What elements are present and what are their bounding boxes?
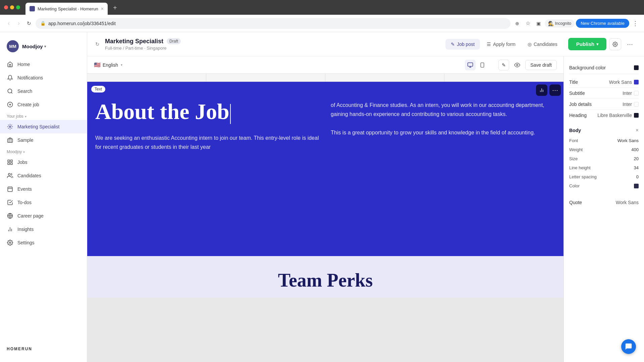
extension-icon[interactable]: ⊕ — [513, 19, 522, 28]
tab-label: Candidates — [534, 42, 557, 47]
more-options-button[interactable]: ⋯ — [624, 38, 636, 50]
people-icon — [7, 172, 13, 179]
settings-button[interactable] — [609, 38, 621, 50]
search-icon — [7, 88, 13, 95]
sidebar-item-sample[interactable]: Sample — [0, 133, 87, 147]
sidebar-item-career-page[interactable]: Career page — [0, 209, 87, 223]
font-value[interactable]: Work Sans — [618, 138, 639, 143]
tab-candidates[interactable]: ◎ Candidates — [522, 39, 563, 50]
editor-area: 🇺🇸 English ▾ ✎ — [87, 56, 644, 362]
save-draft-btn[interactable]: Save draft — [525, 60, 557, 70]
tab-apply-form[interactable]: ☰ Apply form — [481, 39, 521, 50]
app-header: ↻ Marketing Specialist Draft Full-time /… — [87, 32, 644, 56]
svg-rect-6 — [8, 139, 13, 142]
preview-btn[interactable] — [512, 60, 523, 70]
sidebar-item-create-job[interactable]: Create job — [0, 98, 87, 111]
browser-menu-btn[interactable]: ⋮ — [631, 19, 640, 28]
subtitle-color-swatch[interactable] — [634, 91, 639, 96]
language-selector[interactable]: 🇺🇸 English ▾ — [94, 62, 122, 68]
sidebar-item-label: Notifications — [17, 75, 43, 80]
title-color-swatch[interactable] — [634, 80, 639, 84]
minimize-window-btn[interactable] — [10, 5, 14, 9]
canvas-scroll[interactable]: Text ⋯ A — [87, 74, 564, 362]
subtitle-label: Subtitle — [569, 90, 585, 96]
letter-spacing-value[interactable]: 0 — [636, 174, 639, 179]
sidebar-item-jobs[interactable]: Jobs — [0, 156, 87, 169]
desktop-view-btn[interactable] — [465, 60, 476, 70]
new-tab-btn[interactable]: + — [110, 3, 120, 12]
sidebar-item-label: Jobs — [17, 160, 28, 165]
sidebar-item-home[interactable]: Home — [0, 58, 87, 71]
flag-icon: 🇺🇸 — [94, 62, 101, 68]
sidebar-item-insights[interactable]: Insights — [0, 223, 87, 236]
app-wrapper: MM Moodjoy ▾ Home Notifications — [0, 32, 644, 362]
nav-buttons: ‹ › ↻ — [4, 19, 34, 28]
plus-icon — [7, 101, 13, 108]
sidebar-item-settings[interactable]: Settings — [0, 236, 87, 249]
sidebar-item-candidates[interactable]: Candidates — [0, 169, 87, 182]
svg-point-0 — [8, 89, 12, 93]
body-right-2[interactable]: This is a great opportunity to grow your… — [331, 128, 555, 137]
globe-icon — [7, 213, 13, 219]
new-chrome-btn[interactable]: New Chrome available — [576, 19, 629, 28]
job-details-color-swatch[interactable] — [634, 102, 639, 107]
active-tab[interactable]: Marketing Specialist · Homerun × — [25, 3, 108, 15]
line-height-value[interactable]: 34 — [634, 165, 639, 170]
tab-job-post[interactable]: ✎ Job post — [445, 39, 480, 50]
heading-color-swatch[interactable] — [634, 113, 639, 118]
analytics-tool-btn[interactable] — [536, 84, 547, 96]
body-section: Body × Font Work Sans Weight 400 — [569, 127, 639, 190]
bg-color-label: Background color — [569, 65, 606, 70]
refresh-btn[interactable]: ↻ — [24, 19, 34, 28]
edit-mode-btn[interactable]: ✎ — [498, 60, 509, 70]
forward-btn[interactable]: › — [14, 19, 23, 28]
svg-point-11 — [8, 173, 10, 175]
job-subtitle: Full-time / Part-time · Singapore — [105, 46, 440, 51]
sidebar-item-search[interactable]: Search — [0, 84, 87, 98]
tab-close-btn[interactable]: × — [101, 6, 104, 11]
calendar-icon — [7, 186, 13, 192]
address-bar[interactable]: 🔒 app.homerun.co/job/336451/edit — [36, 18, 511, 29]
sidebar-item-events[interactable]: Events — [0, 182, 87, 196]
svg-point-21 — [9, 242, 11, 244]
publish-button[interactable]: Publish ▾ — [568, 38, 606, 50]
col-1 — [87, 74, 206, 81]
sidebar-item-todos[interactable]: To-dos — [0, 196, 87, 209]
job-details-value: Inter — [623, 102, 639, 107]
body-section-close-btn[interactable]: × — [636, 127, 639, 133]
size-value[interactable]: 20 — [634, 156, 639, 161]
color-label: Color — [569, 183, 580, 188]
browser-tab-bar: Marketing Specialist · Homerun × + — [0, 0, 644, 15]
weight-value[interactable]: 400 — [631, 147, 639, 152]
bookmark-icon[interactable]: ☆ — [523, 19, 533, 28]
main-blue-section: Text ⋯ A — [87, 82, 564, 256]
chat-bubble-btn[interactable] — [621, 339, 636, 354]
more-tool-btn[interactable]: ⋯ — [549, 84, 561, 96]
body-left[interactable]: We are seeking an enthusiastic Accountin… — [95, 133, 320, 152]
refresh-icon[interactable]: ↻ — [95, 41, 100, 47]
right-panel: Background color Title Work Sans Subtitl… — [564, 56, 644, 362]
job-icon — [7, 123, 13, 130]
nav-bar: ‹ › ↻ 🔒 app.homerun.co/job/336451/edit ⊕… — [0, 15, 644, 32]
svg-rect-7 — [8, 160, 9, 162]
color-swatch[interactable] — [634, 184, 639, 188]
bg-color-swatch[interactable] — [634, 65, 639, 70]
close-window-btn[interactable] — [4, 5, 8, 9]
font-row: Font Work Sans — [569, 136, 639, 145]
sidebar-item-notifications[interactable]: Notifications — [0, 71, 87, 84]
svg-rect-8 — [11, 160, 12, 162]
mobile-view-btn[interactable] — [477, 60, 488, 70]
split-view-icon[interactable]: ▣ — [534, 19, 543, 28]
incognito-btn[interactable]: 🕵 Incognito — [545, 19, 575, 27]
big-heading[interactable]: About the Job — [95, 101, 320, 124]
body-right-1[interactable]: of Accounting & Finance studies. As an i… — [331, 101, 555, 119]
tab-favicon — [30, 6, 35, 11]
org-name[interactable]: Moodjoy ▾ — [22, 44, 46, 49]
svg-point-22 — [614, 44, 616, 45]
maximize-window-btn[interactable] — [16, 5, 20, 9]
title-value: Work Sans — [609, 79, 639, 85]
sidebar-header: MM Moodjoy ▾ — [0, 38, 87, 58]
body-section-title: Body — [569, 128, 581, 133]
sidebar-item-marketing-specialist[interactable]: Marketing Specialist — [0, 120, 87, 133]
back-btn[interactable]: ‹ — [4, 19, 13, 28]
